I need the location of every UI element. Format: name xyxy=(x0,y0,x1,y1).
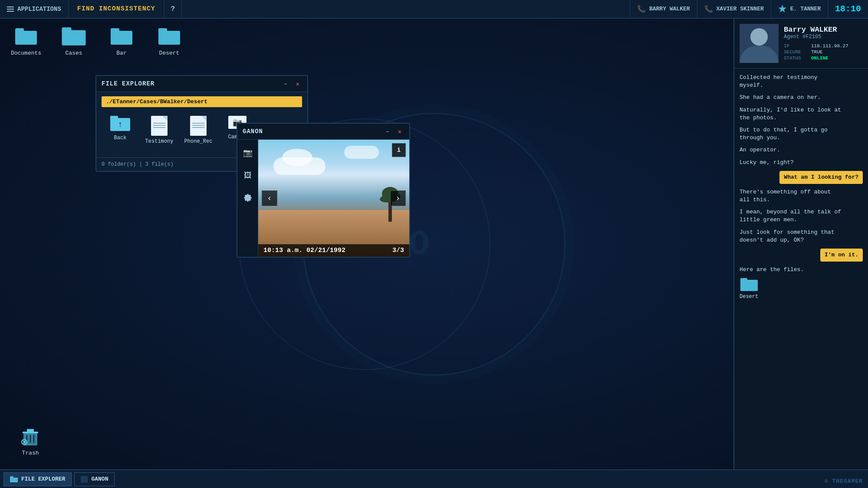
phone-icon-barry: 📞 xyxy=(637,5,646,13)
chat-folder-item[interactable]: Desert xyxy=(740,278,758,300)
bar-label: Bar xyxy=(116,50,126,56)
chat-message: What am I looking for? xyxy=(779,171,863,184)
taskbar-ganon[interactable]: GANON xyxy=(74,472,115,486)
file-explorer-close[interactable]: ✕ xyxy=(293,79,302,88)
desert-label: Desert xyxy=(159,50,180,56)
help-button[interactable]: ? xyxy=(164,0,182,18)
testimony-icon xyxy=(151,116,168,136)
ganon-controls: – ✕ xyxy=(383,127,404,136)
agents-section: 📞 BARRY WALKER 📞 XAVIER SKINNER E. TANNE… xyxy=(630,0,868,18)
agent-avatar xyxy=(740,24,779,63)
agent-ip-row: IP 118.111.98.27 xyxy=(784,43,863,49)
agent-status-row: STATUS ONLINE xyxy=(784,56,863,61)
cases-label: Cases xyxy=(65,50,82,56)
status-value: ONLINE xyxy=(811,56,829,61)
secure-value: TRUE xyxy=(811,49,822,55)
chat-message: An operator. xyxy=(740,146,780,154)
ganon-next-btn[interactable]: › xyxy=(390,190,406,206)
agent-id: Agent #F2105 xyxy=(784,34,863,40)
agent-secure-row: SECURE TRUE xyxy=(784,49,863,55)
testimony-label: Testimony xyxy=(145,138,174,144)
right-panel: Barry WALKER Agent #F2105 IP 118.111.98.… xyxy=(733,19,868,469)
desktop-icon-bar[interactable]: Bar xyxy=(104,27,139,56)
chat-message: There's something off about all this. xyxy=(740,188,844,204)
file-explorer-title: FILE EXPLORER xyxy=(102,80,155,87)
e-tanner-agent-btn[interactable]: E. TANNER xyxy=(771,0,828,18)
file-item-testimony[interactable]: Testimony xyxy=(144,116,174,144)
file-item-phone-rec[interactable]: Phone_Rec xyxy=(183,116,214,144)
trash-bin-icon xyxy=(19,427,42,446)
chat-message: Naturally, I'd like to look at the photo… xyxy=(740,106,844,122)
documents-icon xyxy=(15,27,37,46)
file-explorer-titlebar: FILE EXPLORER – ✕ xyxy=(96,76,307,92)
clock-time: 18:10 xyxy=(835,4,861,14)
ganon-info-btn[interactable]: i xyxy=(392,143,406,157)
svg-rect-2 xyxy=(27,429,34,432)
agent-info: Barry WALKER Agent #F2105 IP 118.111.98.… xyxy=(784,26,863,62)
desktop-icons: Documents Cases Bar xyxy=(9,27,187,56)
chat-message: I'm on it. xyxy=(820,249,863,262)
taskbar-ganon-icon xyxy=(81,476,88,483)
ganon-prev-btn[interactable]: ‹ xyxy=(262,190,277,206)
gear-icon xyxy=(243,193,253,203)
desert-folder-icon xyxy=(158,27,181,46)
barry-walker-agent-btn[interactable]: 📞 BARRY WALKER xyxy=(630,0,697,18)
chat-message: Here are the files. xyxy=(740,266,804,274)
trash-label: Trash xyxy=(22,450,39,456)
desktop-icon-desert[interactable]: Desert xyxy=(152,27,187,56)
xavier-skinner-agent-btn[interactable]: 📞 XAVIER SKINNER xyxy=(697,0,771,18)
ganon-settings-btn[interactable] xyxy=(240,190,256,206)
file-explorer-path: ./ETanner/Cases/BWalker/Desert xyxy=(102,96,302,107)
ganon-timestamp: 10:13 a.m. 02/21/1992 3/3 xyxy=(258,244,409,257)
desktop-icon-cases[interactable]: Cases xyxy=(56,27,91,56)
taskbar-file-explorer[interactable]: FILE EXPLORER xyxy=(3,472,72,486)
chat-message: But to do that, I gotta go through you. xyxy=(740,126,844,142)
ip-label: IP xyxy=(784,43,808,49)
barry-walker-label: BARRY WALKER xyxy=(649,6,690,12)
phone-rec-icon xyxy=(190,116,207,136)
trash-icon[interactable]: Trash xyxy=(13,427,48,456)
documents-label: Documents xyxy=(11,50,41,56)
xavier-skinner-label: XAVIER SKINNER xyxy=(717,6,764,12)
agent-name: Barry WALKER xyxy=(784,26,863,34)
ganon-close[interactable]: ✕ xyxy=(395,127,404,136)
find-inconsistency-menu[interactable]: FINd INCONSISTENCY xyxy=(69,0,164,18)
taskbar: FILE EXPLORER GANON ⚙ THEGAMER xyxy=(0,469,868,488)
ganon-minimize[interactable]: – xyxy=(383,127,392,136)
ganon-title: GANON xyxy=(243,128,263,135)
applications-label: APPLICATIONS xyxy=(17,6,61,13)
ganon-page: 3/3 xyxy=(392,247,404,254)
hamburger-icon xyxy=(7,7,14,12)
ganon-image-btn[interactable]: 🖼 xyxy=(240,167,256,183)
status-label: STATUS xyxy=(784,56,808,61)
taskbar-ganon-label: GANON xyxy=(91,476,108,482)
chat-message: Just look for something that doesn't add… xyxy=(740,229,844,244)
ganon-sidebar: 📷 🖼 xyxy=(237,140,258,257)
ganon-body: 📷 🖼 xyxy=(237,140,409,257)
clock: 18:10 xyxy=(828,0,868,18)
cloud1 xyxy=(273,157,326,175)
cloud2 xyxy=(344,146,379,159)
applications-menu[interactable]: APPLICATIONS xyxy=(0,0,69,18)
cases-icon xyxy=(62,27,85,46)
star-icon-tanner xyxy=(778,5,787,13)
back-folder-icon: ↑ xyxy=(110,116,130,132)
file-item-back[interactable]: ↑ Back xyxy=(105,116,135,144)
ganon-time: 10:13 a.m. 02/21/1992 xyxy=(263,247,345,254)
secure-label: SECURE xyxy=(784,49,808,55)
image-icon: 🖼 xyxy=(244,171,252,180)
taskbar-file-explorer-label: FILE EXPLORER xyxy=(21,476,65,482)
ganon-camera-btn[interactable]: 📷 xyxy=(240,145,256,160)
desktop-icon-documents[interactable]: Documents xyxy=(9,27,43,56)
file-explorer-minimize[interactable]: – xyxy=(281,79,290,88)
ganon-window: GANON – ✕ 📷 🖼 xyxy=(237,123,410,258)
taskbar-folder-icon xyxy=(10,476,18,482)
phone-icon-xavier: 📞 xyxy=(704,5,713,13)
file-explorer-controls: – ✕ xyxy=(281,79,302,88)
chat-message: Lucky me, right? xyxy=(740,159,794,167)
phone-rec-label: Phone_Rec xyxy=(184,138,213,144)
back-label: Back xyxy=(114,135,127,141)
find-label: FINd INCONSISTENCY xyxy=(77,5,155,13)
agent-profile: Barry WALKER Agent #F2105 IP 118.111.98.… xyxy=(734,19,868,69)
menubar: APPLICATIONS FINd INCONSISTENCY ? 📞 BARR… xyxy=(0,0,868,19)
